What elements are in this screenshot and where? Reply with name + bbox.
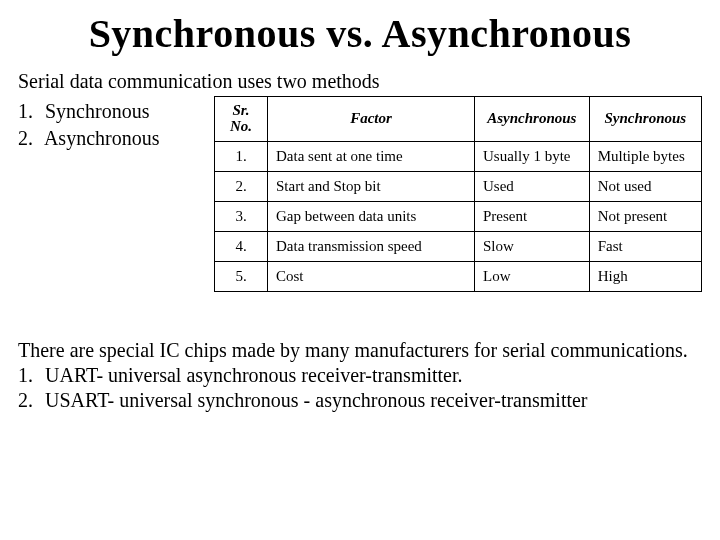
outro-intro: There are special IC chips made by many … <box>18 338 702 363</box>
content-row: 1. Synchronous 2. Asynchronous Sr. No. F… <box>18 98 702 292</box>
slide: Synchronous vs. Asynchronous Serial data… <box>0 0 720 540</box>
header-factor: Factor <box>268 97 475 142</box>
comparison-table-wrap: Sr. No. Factor Asynchronous Synchronous … <box>214 96 702 292</box>
table-row: 4. Data transmission speed Slow Fast <box>215 231 702 261</box>
page-title: Synchronous vs. Asynchronous <box>18 10 702 57</box>
table-row: 5. Cost Low High <box>215 261 702 291</box>
cell-sync: Not used <box>589 171 701 201</box>
cell-sync: High <box>589 261 701 291</box>
list-item: 2. Asynchronous <box>18 125 208 152</box>
table-header-row: Sr. No. Factor Asynchronous Synchronous <box>215 97 702 142</box>
cell-sr: 4. <box>215 231 268 261</box>
table-row: 1. Data sent at one time Usually 1 byte … <box>215 141 702 171</box>
cell-async: Present <box>475 201 590 231</box>
cell-sync: Multiple bytes <box>589 141 701 171</box>
cell-factor: Data transmission speed <box>268 231 475 261</box>
list-item: 1. UART- universal asynchronous receiver… <box>18 363 702 388</box>
list-label: Synchronous <box>45 100 149 122</box>
intro-text: Serial data communication uses two metho… <box>18 69 702 94</box>
cell-sr: 5. <box>215 261 268 291</box>
list-number: 1. <box>18 363 40 388</box>
cell-sr: 1. <box>215 141 268 171</box>
list-label: UART- universal asynchronous receiver-tr… <box>45 364 463 386</box>
outro-block: There are special IC chips made by many … <box>18 338 702 413</box>
header-sync: Synchronous <box>589 97 701 142</box>
cell-sync: Fast <box>589 231 701 261</box>
cell-factor: Data sent at one time <box>268 141 475 171</box>
cell-sr: 3. <box>215 201 268 231</box>
list-number: 2. <box>18 388 40 413</box>
header-sr-text: Sr. No. <box>230 102 252 134</box>
cell-async: Usually 1 byte <box>475 141 590 171</box>
list-label: USART- universal synchronous - asynchron… <box>45 389 588 411</box>
list-item: 1. Synchronous <box>18 98 208 125</box>
methods-list: 1. Synchronous 2. Asynchronous <box>18 98 208 152</box>
cell-factor: Gap between data units <box>268 201 475 231</box>
cell-factor: Cost <box>268 261 475 291</box>
list-label: Asynchronous <box>44 127 160 149</box>
header-sr: Sr. No. <box>215 97 268 142</box>
cell-factor: Start and Stop bit <box>268 171 475 201</box>
cell-async: Used <box>475 171 590 201</box>
table-row: 2. Start and Stop bit Used Not used <box>215 171 702 201</box>
header-async: Asynchronous <box>475 97 590 142</box>
table-row: 3. Gap between data units Present Not pr… <box>215 201 702 231</box>
cell-sync: Not present <box>589 201 701 231</box>
cell-sr: 2. <box>215 171 268 201</box>
cell-async: Low <box>475 261 590 291</box>
list-number: 1. <box>18 98 40 125</box>
comparison-table: Sr. No. Factor Asynchronous Synchronous … <box>214 96 702 292</box>
cell-async: Slow <box>475 231 590 261</box>
list-number: 2. <box>18 125 40 152</box>
list-item: 2. USART- universal synchronous - asynch… <box>18 388 702 413</box>
